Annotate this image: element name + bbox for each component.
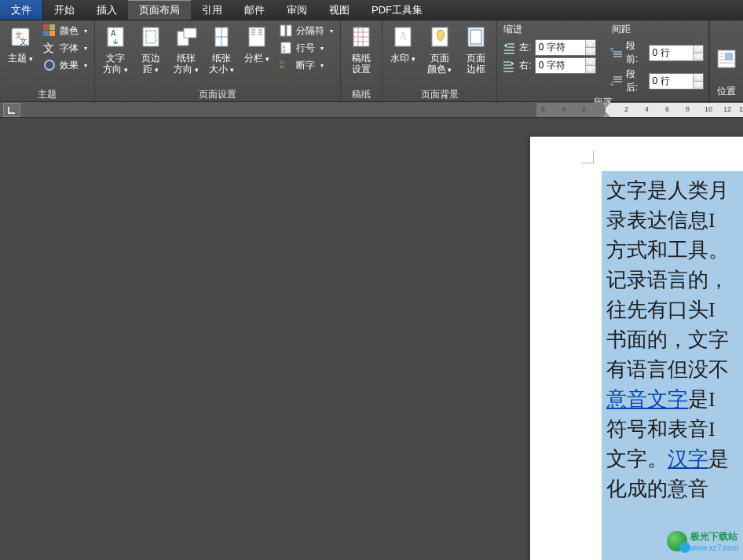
group-page-setup: A 文字方向 页边距 纸张方向 纸张大小 分栏 <box>95 20 341 101</box>
orientation-button[interactable]: 纸张方向 <box>170 23 202 77</box>
indent-left-label: 左: <box>519 41 531 54</box>
fonts-label: 字体 <box>60 42 79 55</box>
size-button[interactable]: 纸张大小 <box>206 23 237 77</box>
theme-fonts-button[interactable]: 文 字体 <box>40 40 90 56</box>
tab-pdf[interactable]: PDF工具集 <box>361 0 434 20</box>
spacing-block: 间距 段前: ▲▼ 段后: ▲▼ <box>610 23 704 94</box>
indent-right-label: 右: <box>519 59 531 72</box>
position-label: 位置 <box>717 85 736 98</box>
tab-page-layout[interactable]: 页面布局 <box>128 0 191 20</box>
page-borders-icon <box>463 24 489 49</box>
indent-left-input[interactable] <box>536 40 585 55</box>
orientation-icon <box>174 24 199 49</box>
themes-label: 主题 <box>8 53 33 64</box>
spin-up[interactable]: ▲ <box>586 40 595 48</box>
svg-text:A: A <box>111 29 116 38</box>
svg-text:文: 文 <box>20 37 27 46</box>
breaks-label: 分隔符 <box>296 24 324 38</box>
group-paragraph: 缩进 左: ▲▼ 右: ▲▼ <box>497 20 709 101</box>
tab-selector[interactable] <box>3 103 20 117</box>
columns-icon <box>244 24 269 49</box>
page-borders-label: 页面边框 <box>463 53 489 75</box>
size-icon <box>209 24 234 49</box>
tab-insert[interactable]: 插入 <box>86 0 128 20</box>
page-color-button[interactable]: 页面颜色 <box>423 23 456 77</box>
spin-down[interactable]: ▼ <box>694 82 703 89</box>
space-before-spinbox[interactable]: ▲▼ <box>649 45 704 61</box>
indent-left-icon <box>502 41 516 55</box>
group-page-background: A 水印 页面颜色 页面边框 页面背景 <box>382 20 497 101</box>
margin-corner-mark <box>581 151 594 163</box>
margins-button[interactable]: 页边距 <box>135 23 167 77</box>
tab-file[interactable]: 文件 <box>0 0 43 20</box>
space-before-label: 段前: <box>626 39 646 66</box>
position-icon[interactable] <box>715 47 738 71</box>
page-borders-button[interactable]: 页面边框 <box>460 23 492 76</box>
document-area[interactable]: 文字是人类月录表达信息I方式和工具。记录语言的，往先有口头I书面的，文字有语言但… <box>0 118 743 560</box>
fonts-icon: 文 <box>42 41 57 55</box>
tab-home[interactable]: 开始 <box>43 0 86 20</box>
draft-label: 稿纸 设置 <box>352 53 371 75</box>
tab-view[interactable]: 视图 <box>318 0 361 20</box>
group-position-partial: 位置 <box>709 20 743 101</box>
spin-up[interactable]: ▲ <box>694 74 703 82</box>
ribbon: 文文 主题 颜色 文 字体 效果 主题 <box>0 20 743 102</box>
hyphenation-icon: a-bc <box>279 58 293 72</box>
tab-references[interactable]: 引用 <box>191 0 233 20</box>
ruler-bar: 6 4 2 2 4 6 8 10 12 14 <box>0 102 743 118</box>
svg-rect-4 <box>49 24 55 30</box>
hyphenation-button[interactable]: a-bc 断字 <box>276 57 335 73</box>
spin-up[interactable]: ▲ <box>586 58 595 66</box>
line-numbers-button[interactable]: 12 行号 <box>276 40 335 56</box>
watermark-logo-icon <box>667 531 687 551</box>
spacing-title: 间距 <box>610 23 704 36</box>
hyphenation-label: 断字 <box>296 59 315 72</box>
breaks-icon <box>279 24 293 38</box>
svg-rect-16 <box>249 27 265 46</box>
breaks-button[interactable]: 分隔符 <box>276 23 335 38</box>
columns-label: 分栏 <box>244 53 269 64</box>
spin-down[interactable]: ▼ <box>694 53 703 60</box>
doc-link[interactable]: 汉字 <box>668 448 708 470</box>
indent-block: 缩进 左: ▲▼ 右: ▲▼ <box>502 23 595 74</box>
horizontal-ruler[interactable]: 6 4 2 2 4 6 8 10 12 14 <box>536 103 743 117</box>
page-color-icon <box>427 24 452 49</box>
themes-button[interactable]: 文文 主题 <box>5 23 36 66</box>
group-themes: 文文 主题 颜色 文 字体 效果 主题 <box>0 20 95 101</box>
effects-icon <box>42 58 57 72</box>
indent-right-icon <box>502 59 516 73</box>
watermark-button[interactable]: A 水印 <box>387 23 419 66</box>
tab-mailings[interactable]: 邮件 <box>233 0 276 20</box>
text-direction-button[interactable]: A 文字方向 <box>100 23 131 77</box>
text-direction-label: 文字方向 <box>103 53 128 75</box>
draft-settings-button[interactable]: 稿纸 设置 <box>346 23 377 76</box>
theme-effects-button[interactable]: 效果 <box>40 57 90 73</box>
spin-down[interactable]: ▼ <box>586 66 595 73</box>
svg-rect-24 <box>287 25 291 36</box>
indent-right-spinbox[interactable]: ▲▼ <box>535 57 596 74</box>
themes-icon: 文文 <box>8 24 33 49</box>
draft-icon <box>349 24 374 49</box>
text-direction-icon: A <box>103 24 128 49</box>
indent-right-input[interactable] <box>536 58 585 73</box>
watermark-title: 极光下载站 <box>690 530 738 544</box>
space-before-input[interactable] <box>650 46 694 60</box>
spin-down[interactable]: ▼ <box>586 48 595 55</box>
tab-review[interactable]: 审阅 <box>276 0 318 20</box>
watermark-url: www.xz7.com <box>690 544 738 552</box>
margins-label: 页边距 <box>138 53 163 75</box>
svg-rect-56 <box>726 53 732 60</box>
indent-title: 缩进 <box>502 23 595 36</box>
space-after-input[interactable] <box>650 74 694 89</box>
doc-link[interactable]: 意音文字 <box>606 388 688 411</box>
spin-up[interactable]: ▲ <box>694 46 703 53</box>
space-after-spinbox[interactable]: ▲▼ <box>649 73 704 90</box>
watermark-label: 水印 <box>390 53 415 64</box>
theme-colors-button[interactable]: 颜色 <box>40 23 90 38</box>
size-label: 纸张大小 <box>209 53 234 75</box>
group-page-setup-label: 页面设置 <box>100 86 335 101</box>
selected-text[interactable]: 文字是人类月录表达信息I方式和工具。记录语言的，往先有口头I书面的，文字有语言但… <box>602 171 743 560</box>
columns-button[interactable]: 分栏 <box>241 23 273 66</box>
indent-left-spinbox[interactable]: ▲▼ <box>535 39 596 56</box>
space-after-label: 段后: <box>626 68 646 94</box>
